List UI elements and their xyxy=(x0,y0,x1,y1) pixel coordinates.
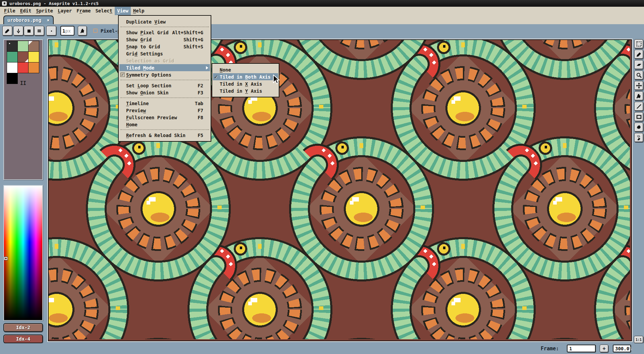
brush-size-input[interactable]: 1px xyxy=(60,26,74,36)
menubar-item-edit[interactable]: Edit xyxy=(18,7,34,15)
app-icon xyxy=(2,1,7,6)
menubar-item-layer[interactable]: Layer xyxy=(55,7,74,15)
blur-icon xyxy=(636,124,642,130)
view-menu-item-show-pixel-grid[interactable]: Show Pixel GridAlt+Shift+G xyxy=(119,29,210,36)
view-menu-item-fullscreen-preview[interactable]: Fullscreen PreviewF8 xyxy=(119,114,210,121)
view-menu-item-selection-as-grid[interactable]: Selection as Grid xyxy=(119,57,210,64)
status-bar: Frame: 1 + 300.0% xyxy=(0,343,644,354)
menu-separator xyxy=(119,128,210,132)
ink-button[interactable] xyxy=(78,26,87,36)
tiled-mode-option-tiled-in-both-axis[interactable]: ✓Tiled in Both Axis xyxy=(213,73,278,80)
tab-uroboros[interactable]: uroboros.png × xyxy=(3,15,54,24)
palette-swatch[interactable] xyxy=(7,41,18,52)
tab-bar: uroboros.png × xyxy=(0,15,644,24)
move-tool-button[interactable] xyxy=(634,81,643,90)
tab-close-icon[interactable]: × xyxy=(47,17,50,23)
selected-swatch-dot xyxy=(9,43,10,44)
blur-tool-button[interactable] xyxy=(634,123,643,132)
tiled-mode-submenu: None✓Tiled in Both AxisTiled in X AxisTi… xyxy=(212,63,279,97)
fg-corner-marker xyxy=(29,41,33,45)
view-menu: Duplicate ViewShow Pixel GridAlt+Shift+G… xyxy=(118,15,211,142)
view-menu-item-tiled-mode[interactable]: Tiled Mode xyxy=(119,64,210,71)
menubar-item-help[interactable]: Help xyxy=(131,7,147,15)
spray-icon xyxy=(636,135,642,141)
foreground-color-button[interactable]: Idx-2 xyxy=(3,323,43,332)
pixel-perfect-checkbox[interactable] xyxy=(93,29,98,33)
zoom-input[interactable]: 300.0% xyxy=(613,345,631,352)
view-menu-item-show-onion-skin[interactable]: Show Onion SkinF3 xyxy=(119,89,210,96)
palette-swatch[interactable] xyxy=(17,51,29,62)
palette-resize-handle[interactable]: II xyxy=(4,80,42,86)
palette-swatch[interactable] xyxy=(17,41,29,52)
line-icon xyxy=(636,103,642,109)
view-menu-item-symmetry-options[interactable]: ✓Symmetry Options xyxy=(119,71,210,78)
palette-swatch[interactable] xyxy=(28,51,39,62)
eraser-tool-button[interactable] xyxy=(634,60,643,69)
brush-options-button[interactable] xyxy=(34,26,44,36)
zoom-icon xyxy=(636,72,642,78)
view-menu-item-set-loop-section[interactable]: Set Loop SectionF2 xyxy=(119,82,210,89)
view-menu-item-duplicate-view[interactable]: Duplicate View xyxy=(119,18,210,25)
pencil-tool-button[interactable] xyxy=(634,50,643,59)
color-spectrum[interactable] xyxy=(4,186,42,320)
spray-tool-button[interactable] xyxy=(634,133,643,142)
color-spectrum-marker[interactable] xyxy=(4,257,7,260)
menubar-item-file[interactable]: File xyxy=(2,7,18,15)
view-menu-item-grid-settings[interactable]: Grid Settings xyxy=(119,50,210,57)
brush-dropdown-button[interactable] xyxy=(13,26,23,36)
brush-pencil-button[interactable] xyxy=(2,26,12,36)
palette-swatches xyxy=(7,41,41,84)
palette-panel: II xyxy=(3,39,43,180)
background-color-button[interactable]: Idx-4 xyxy=(3,335,43,343)
view-menu-item-show-grid[interactable]: Show GridShift+G xyxy=(119,36,210,43)
rectangle-tool-button[interactable] xyxy=(634,112,643,121)
tiled-mode-option-tiled-in-x-axis[interactable]: Tiled in X Axis xyxy=(213,80,278,87)
paint-bucket-icon xyxy=(636,93,642,99)
checkbox-checked-icon: ✓ xyxy=(120,73,125,77)
view-menu-item-refresh-reload-skin[interactable]: Refresh & Reload SkinF5 xyxy=(119,132,210,139)
view-menu-item-home[interactable]: Home xyxy=(119,121,210,128)
title-bar: uroboros.png - Aseprite v1.1.2-rc5 xyxy=(0,0,644,7)
add-frame-button[interactable]: + xyxy=(600,345,608,352)
move-icon xyxy=(636,83,642,89)
palette-swatch[interactable] xyxy=(28,62,39,73)
eraser-icon xyxy=(636,62,642,68)
view-menu-item-snap-to-grid[interactable]: Snap to GridShift+S xyxy=(119,43,210,50)
window-title: uroboros.png - Aseprite v1.1.2-rc5 xyxy=(9,1,99,6)
line-tool-button[interactable] xyxy=(634,102,643,111)
zoom-tool-button[interactable] xyxy=(634,71,643,80)
palette-swatch[interactable] xyxy=(28,41,39,52)
palette-swatch[interactable] xyxy=(7,62,18,73)
menubar-item-frame[interactable]: Frame xyxy=(74,7,93,15)
menu-bar: FileEditSpriteLayerFrameSelectViewHelp xyxy=(0,7,644,15)
check-icon: ✓ xyxy=(214,74,220,80)
menu-separator xyxy=(119,25,210,29)
menubar-item-view[interactable]: View xyxy=(115,7,131,15)
marquee-tool-button[interactable] xyxy=(634,39,643,48)
menubar-item-sprite[interactable]: Sprite xyxy=(34,7,55,15)
menubar-item-select[interactable]: Select xyxy=(93,7,115,15)
paint-bucket-tool-button[interactable] xyxy=(634,91,643,100)
menu-separator xyxy=(119,78,210,82)
color-spectrum-panel xyxy=(3,185,43,321)
view-menu-item-timeline[interactable]: TimelineTab xyxy=(119,100,210,107)
palette-swatch[interactable] xyxy=(7,51,18,62)
frame-label: Frame: xyxy=(541,346,559,352)
palette-swatch[interactable] xyxy=(17,62,29,73)
tab-label: uroboros.png xyxy=(7,17,41,23)
marquee-icon xyxy=(636,41,642,47)
frame-input[interactable]: 1 xyxy=(567,345,596,352)
rectangle-icon xyxy=(636,114,642,120)
pencil-icon xyxy=(636,52,642,57)
tiled-mode-option-tiled-in-y-axis[interactable]: Tiled in Y Axis xyxy=(213,87,278,94)
mouse-cursor xyxy=(273,75,281,85)
submenu-arrow-icon xyxy=(206,66,208,70)
tiled-mode-option-none[interactable]: None xyxy=(213,66,278,73)
context-toolbar: 1px Pixel-pe xyxy=(0,24,644,37)
view-menu-item-preview[interactable]: PreviewF7 xyxy=(119,107,210,114)
brush-square-button[interactable] xyxy=(24,26,34,36)
one-to-one-zoom-button[interactable]: 1:1 xyxy=(634,336,643,343)
brush-dot-button[interactable] xyxy=(46,26,56,36)
menu-separator xyxy=(119,96,210,100)
bg-corner-marker xyxy=(25,59,28,62)
